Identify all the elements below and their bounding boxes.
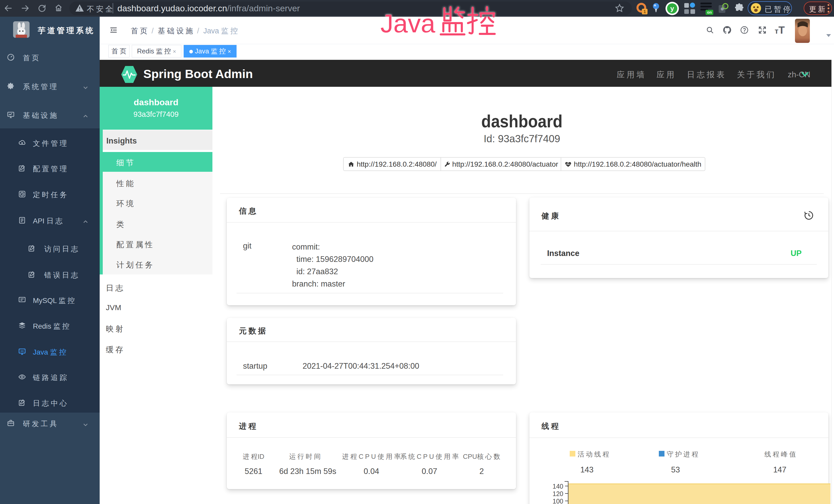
svg-text:on: on [707, 10, 712, 15]
svg-text:1: 1 [643, 9, 646, 14]
svg-text:y: y [671, 5, 674, 12]
